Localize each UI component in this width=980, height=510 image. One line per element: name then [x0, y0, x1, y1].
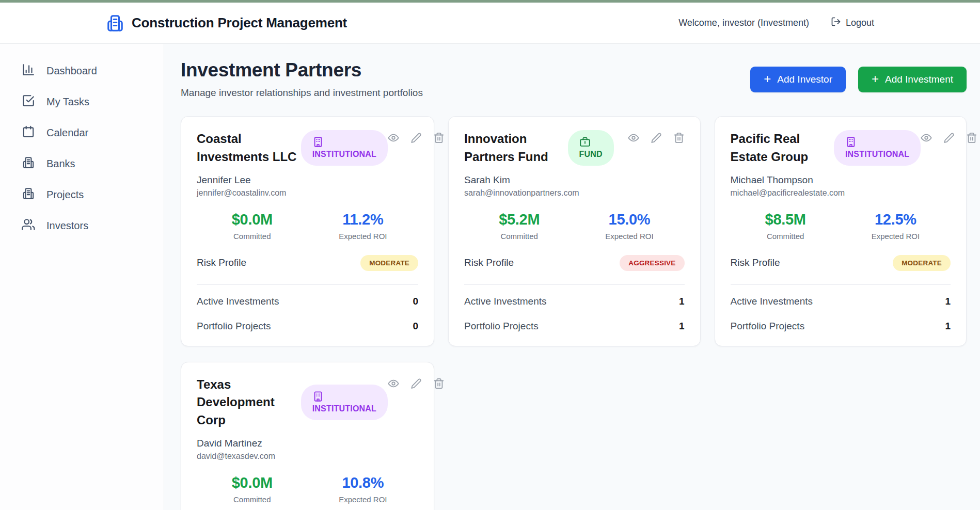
committed-label: Committed — [197, 495, 308, 504]
portfolio-projects-value: 1 — [679, 321, 685, 332]
investor-type-label: INSTITUTIONAL — [312, 150, 376, 159]
investor-name: Pacific Real Estate Group — [731, 130, 834, 166]
view-investor-button[interactable] — [388, 132, 399, 144]
investor-name: Texas Development Corp — [197, 376, 301, 429]
delete-investor-button[interactable] — [433, 132, 445, 144]
investor-type-badge: FUND — [568, 130, 614, 166]
investor-card: Innovation Partners Fund — [448, 116, 700, 346]
pencil-icon — [651, 132, 662, 144]
divider — [731, 284, 951, 285]
trash-icon — [433, 132, 445, 144]
investor-type-badge: INSTITUTIONAL — [301, 130, 388, 166]
add-investor-button[interactable]: + Add Investor — [750, 67, 846, 92]
contact-name: David Martinez — [197, 438, 418, 449]
delete-investor-button[interactable] — [433, 378, 445, 389]
committed-value: $0.0M — [197, 211, 308, 228]
portfolio-projects-value: 1 — [945, 321, 951, 332]
add-investor-label: Add Investor — [777, 74, 832, 85]
sidebar-item-calendar[interactable]: Calendar — [0, 117, 164, 148]
divider — [197, 284, 418, 285]
risk-badge: AGGRESSIVE — [620, 255, 684, 271]
eye-icon — [388, 132, 399, 144]
pencil-icon — [410, 132, 422, 144]
edit-investor-button[interactable] — [410, 378, 422, 389]
sidebar-item-label: Projects — [46, 189, 84, 201]
check-square-icon — [22, 94, 35, 110]
building-icon — [312, 391, 324, 402]
view-investor-button[interactable] — [388, 378, 399, 389]
investor-name: Coastal Investments LLC — [197, 130, 301, 166]
investor-card: Pacific Real Estate Group — [715, 116, 967, 346]
sidebar-item-label: Dashboard — [46, 65, 97, 77]
contact-email: michael@pacificrealestate.com — [731, 188, 951, 198]
expected-roi-label: Expected ROI — [308, 232, 419, 241]
header: Construction Project Management Welcome,… — [0, 3, 980, 44]
users-icon — [22, 218, 35, 234]
investor-type-label: FUND — [579, 150, 603, 159]
app-title: Construction Project Management — [132, 15, 347, 31]
logout-icon — [831, 17, 841, 29]
risk-profile-label: Risk Profile — [464, 257, 514, 268]
trash-icon — [966, 132, 977, 144]
contact-name: Jennifer Lee — [197, 174, 418, 186]
sidebar-item-label: Investors — [46, 220, 88, 232]
investor-type-label: INSTITUTIONAL — [845, 150, 909, 159]
sidebar-item-label: Banks — [46, 158, 75, 170]
committed-value: $5.2M — [464, 211, 574, 228]
sidebar-item-my-tasks[interactable]: My Tasks — [0, 86, 164, 117]
edit-investor-button[interactable] — [651, 132, 662, 144]
trash-icon — [433, 378, 445, 389]
sidebar-item-dashboard[interactable]: Dashboard — [0, 55, 164, 86]
page-title: Investment Partners — [181, 59, 423, 81]
sidebar-item-investors[interactable]: Investors — [0, 210, 164, 241]
active-investments-label: Active Investments — [464, 296, 546, 307]
edit-investor-button[interactable] — [943, 132, 955, 144]
calendar-icon — [22, 125, 35, 141]
add-investment-button[interactable]: + Add Investment — [858, 67, 967, 92]
investor-card: Coastal Investments LLC — [181, 116, 434, 346]
sidebar-item-label: My Tasks — [46, 96, 89, 108]
investor-grid: Coastal Investments LLC — [181, 116, 967, 510]
page-subtitle: Manage investor relationships and invest… — [181, 87, 423, 99]
portfolio-projects-value: 0 — [413, 321, 419, 332]
expected-roi-label: Expected ROI — [841, 232, 951, 241]
active-investments-value: 0 — [413, 296, 419, 307]
bar-chart-icon — [22, 63, 35, 79]
sidebar-item-projects[interactable]: Projects — [0, 179, 164, 210]
investor-card: Texas Development Corp — [181, 362, 434, 510]
view-investor-button[interactable] — [628, 132, 639, 144]
active-investments-label: Active Investments — [731, 296, 813, 307]
delete-investor-button[interactable] — [966, 132, 977, 144]
sidebar-item-banks[interactable]: Banks — [0, 148, 164, 179]
building-logo-icon — [106, 14, 124, 33]
active-investments-value: 1 — [679, 296, 685, 307]
active-investments-label: Active Investments — [197, 296, 279, 307]
logout-label: Logout — [846, 18, 874, 28]
welcome-text: Welcome, investor (Investment) — [678, 18, 809, 28]
risk-profile-label: Risk Profile — [731, 257, 780, 268]
contact-email: jennifer@coastalinv.com — [197, 188, 418, 198]
divider — [464, 284, 684, 285]
pencil-icon — [410, 378, 422, 389]
view-investor-button[interactable] — [921, 132, 932, 144]
portfolio-projects-label: Portfolio Projects — [731, 321, 805, 332]
logout-button[interactable]: Logout — [831, 17, 874, 29]
add-investment-label: Add Investment — [885, 74, 953, 85]
building-icon — [845, 136, 857, 148]
committed-label: Committed — [464, 232, 574, 241]
edit-investor-button[interactable] — [410, 132, 422, 144]
briefcase-icon — [579, 136, 591, 148]
building-icon — [22, 156, 35, 172]
app-brand: Construction Project Management — [106, 14, 347, 33]
investor-type-label: INSTITUTIONAL — [312, 404, 376, 413]
investor-name: Innovation Partners Fund — [464, 130, 567, 166]
expected-roi-value: 10.8% — [308, 474, 419, 491]
contact-email: david@texasdev.com — [197, 452, 418, 461]
expected-roi-label: Expected ROI — [574, 232, 684, 241]
contact-email: sarah@innovationpartners.com — [464, 188, 684, 198]
risk-badge: MODERATE — [360, 255, 418, 271]
sidebar: Dashboard My Tasks Calendar — [0, 44, 164, 510]
eye-icon — [921, 132, 932, 144]
delete-investor-button[interactable] — [673, 132, 685, 144]
trash-icon — [673, 132, 685, 144]
